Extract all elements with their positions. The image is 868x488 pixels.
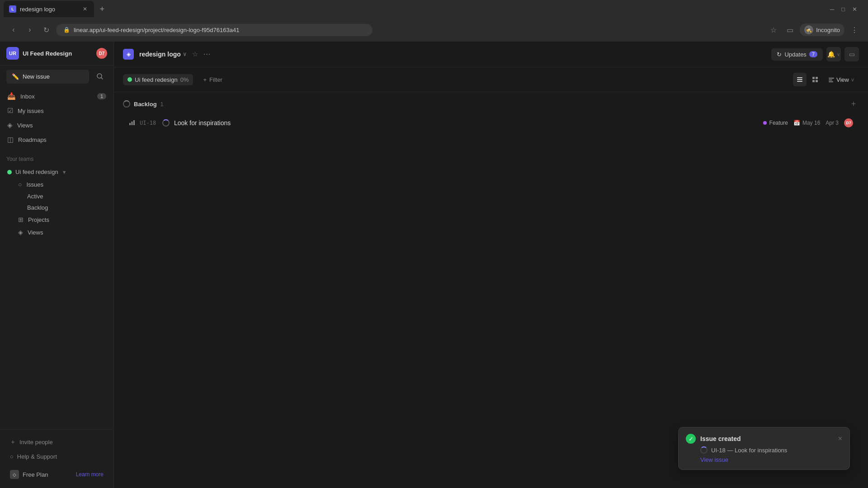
- toast-title: Issue created: [700, 435, 741, 442]
- add-filter-button[interactable]: + Filter: [198, 74, 226, 85]
- team-filter-dot: [127, 77, 132, 82]
- sidebar-item-team-views[interactable]: ◈ Views: [4, 226, 110, 239]
- active-label: Active: [27, 193, 43, 200]
- grid-view-icon: [811, 76, 819, 83]
- notifications-button[interactable]: 🔔 ∨: [826, 47, 841, 61]
- user-avatar[interactable]: D7: [96, 48, 107, 59]
- sidebar-item-my-issues[interactable]: ☑ My issues: [4, 103, 110, 118]
- layout-toggle-button[interactable]: ▭: [844, 47, 859, 61]
- plan-bar: ◇ Free Plan Learn more: [6, 466, 107, 483]
- learn-more-button[interactable]: Learn more: [76, 471, 104, 478]
- sidebar-item-roadmaps[interactable]: ◫ Roadmaps: [4, 132, 110, 147]
- team-views-label: Views: [28, 229, 43, 236]
- sidebar-item-issues[interactable]: ○ Issues: [4, 178, 110, 191]
- svg-line-1: [101, 78, 103, 80]
- toast-close-button[interactable]: ×: [838, 435, 842, 443]
- my-issues-label: My issues: [18, 108, 44, 114]
- projects-icon: ⊞: [18, 216, 24, 223]
- svg-rect-9: [829, 78, 834, 79]
- inbox-label: Inbox: [20, 93, 35, 100]
- due-date-tag: 📅 May 16: [793, 120, 820, 126]
- invite-people-button[interactable]: ＋ Invite people: [6, 435, 107, 449]
- sidebar-item-active[interactable]: Active: [4, 191, 110, 202]
- add-backlog-issue-button[interactable]: +: [848, 99, 859, 109]
- active-tab[interactable]: L redesign logo ✕: [4, 1, 94, 17]
- feature-tag: Feature: [763, 120, 788, 126]
- feature-label: Feature: [769, 120, 788, 126]
- roadmaps-label: Roadmaps: [18, 136, 47, 143]
- issue-priority-icon: [129, 119, 135, 127]
- list-view-icon: [796, 76, 803, 83]
- roadmaps-icon: ◫: [7, 136, 14, 144]
- filter-bar: Ui feed redesign 0% + Filter: [114, 67, 868, 92]
- updates-button[interactable]: ↻ Updates 7: [771, 48, 823, 61]
- view-dropdown[interactable]: View ∨: [824, 74, 859, 85]
- toast-check-icon: ✓: [686, 434, 696, 444]
- plan-icon: ◇: [10, 470, 19, 479]
- inbox-badge: 1: [97, 93, 106, 99]
- view-issue-link[interactable]: View issue: [686, 456, 842, 463]
- issue-assignee-avatar[interactable]: D7: [844, 118, 853, 127]
- svg-rect-8: [816, 80, 818, 82]
- toast-header: ✓ Issue created ×: [686, 434, 842, 444]
- list-view-button[interactable]: [793, 73, 807, 86]
- new-tab-button[interactable]: +: [96, 3, 108, 15]
- issue-status-icon: [162, 119, 170, 127]
- due-date: May 16: [802, 120, 820, 126]
- svg-rect-6: [816, 77, 818, 79]
- sidebar-item-projects[interactable]: ⊞ Projects: [4, 213, 110, 226]
- search-button[interactable]: [93, 69, 107, 84]
- projects-label: Projects: [28, 216, 49, 223]
- issue-row[interactable]: UI-18 Look for inspirations Feature 📅 Ma…: [123, 114, 859, 132]
- tab-favicon: L: [9, 5, 16, 13]
- maximize-button[interactable]: □: [841, 6, 845, 13]
- svg-rect-3: [797, 79, 802, 80]
- sidebar: UR UI Feed Redesign D7 ✏️ New issue 📥 In…: [0, 42, 114, 488]
- sidebar-panel-button[interactable]: ▭: [783, 23, 796, 36]
- tab-close-button[interactable]: ✕: [81, 5, 89, 13]
- svg-rect-4: [797, 81, 802, 82]
- your-teams-section: Your teams: [0, 149, 113, 166]
- sidebar-item-backlog[interactable]: Backlog: [4, 202, 110, 213]
- calendar-icon: 📅: [793, 120, 800, 126]
- team-filter-tag[interactable]: Ui feed redesign 0%: [123, 74, 193, 85]
- help-support-button[interactable]: ○ Help & Support: [6, 450, 107, 463]
- new-issue-button[interactable]: ✏️ New issue: [6, 70, 89, 84]
- browser-chrome: L redesign logo ✕ + ─ □ ✕ ‹ › ↻ 🔒 linear…: [0, 0, 868, 42]
- incognito-badge[interactable]: 🕵 Incognito: [800, 23, 844, 36]
- tab-title: redesign logo: [20, 6, 55, 13]
- grid-view-button[interactable]: [808, 73, 822, 86]
- help-icon: ○: [10, 453, 14, 460]
- tab-bar: L redesign logo ✕ + ─ □ ✕: [0, 0, 868, 18]
- backlog-header[interactable]: Backlog 1 +: [123, 92, 859, 114]
- address-bar[interactable]: 🔒 linear.app/ui-feed-redesign/project/re…: [56, 24, 373, 36]
- toast-body: UI-18 — Look for inspirations: [686, 446, 842, 454]
- sidebar-item-views[interactable]: ◈ Views: [4, 118, 110, 132]
- views-label: Views: [17, 122, 33, 129]
- feature-dot: [763, 121, 767, 125]
- lock-icon: 🔒: [63, 27, 70, 33]
- forward-button[interactable]: ›: [24, 23, 36, 36]
- svg-rect-12: [129, 123, 131, 125]
- header-right: ↻ Updates 7 🔔 ∨ ▭: [771, 47, 859, 61]
- issue-title: Look for inspirations: [174, 119, 759, 127]
- project-name-dropdown[interactable]: redesign logo ∨: [139, 51, 187, 58]
- reload-button[interactable]: ↻: [40, 23, 52, 36]
- sidebar-item-inbox[interactable]: 📥 Inbox 1: [4, 89, 110, 103]
- sidebar-header: UR UI Feed Redesign D7: [0, 42, 113, 66]
- star-button[interactable]: ☆: [192, 50, 198, 58]
- team-header[interactable]: Ui feed redesign ▼: [4, 166, 110, 178]
- inbox-icon: 📥: [7, 92, 16, 100]
- browser-nav-bar: ‹ › ↻ 🔒 linear.app/ui-feed-redesign/proj…: [0, 18, 868, 42]
- more-options-button[interactable]: ⋮: [848, 23, 861, 36]
- more-options-button[interactable]: ···: [203, 50, 211, 58]
- project-chevron-icon: ∨: [183, 51, 187, 57]
- svg-rect-14: [133, 120, 135, 125]
- view-dropdown-icon: [828, 76, 835, 83]
- back-button[interactable]: ‹: [7, 23, 20, 36]
- layout-icon: ▭: [849, 51, 855, 58]
- minimize-button[interactable]: ─: [830, 6, 834, 13]
- bookmark-button[interactable]: ☆: [767, 23, 780, 36]
- close-button[interactable]: ✕: [852, 6, 857, 13]
- backlog-label: Backlog: [27, 204, 48, 211]
